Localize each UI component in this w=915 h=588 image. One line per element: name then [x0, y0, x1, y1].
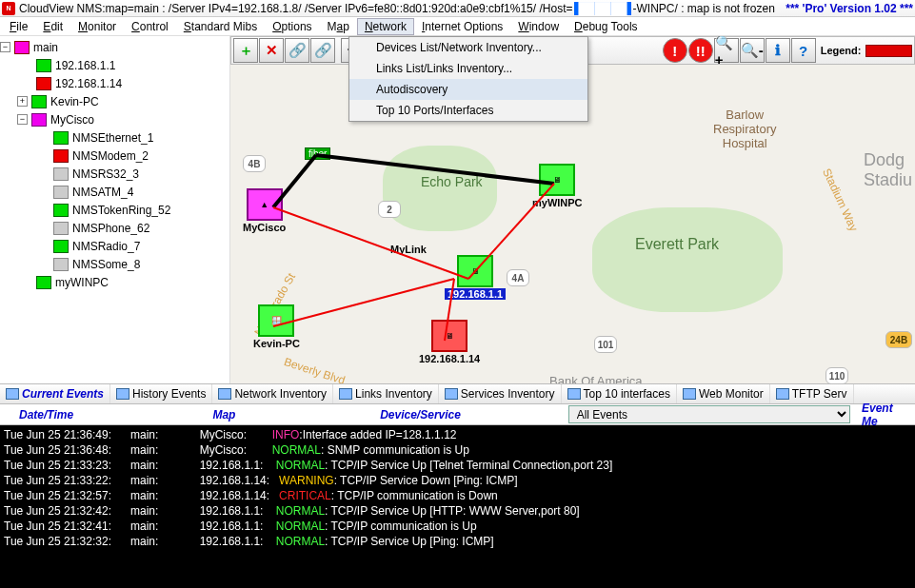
events-log[interactable]: Tue Jun 25 21:36:49: main: MyCisco: INFO… [0, 425, 915, 588]
col-event-message: Event Me [862, 402, 911, 428]
tree-host-mycisco[interactable]: MyCisco [50, 113, 94, 127]
col-map[interactable]: Map [212, 408, 380, 421]
menu-window[interactable]: Window [510, 18, 567, 35]
tree-if-radio7[interactable]: NMSRadio_7 [72, 240, 140, 253]
delete-node-button[interactable]: ✕ [259, 38, 284, 63]
log-row[interactable]: Tue Jun 25 21:33:22: main: 192.168.1.14:… [4, 473, 911, 488]
tree-host-2[interactable]: 192.168.1.14 [55, 77, 122, 90]
interface-icon [53, 258, 69, 271]
link-mylink-label: MyLink [390, 244, 427, 255]
tab-icon [567, 388, 581, 400]
node-192-168-1-1[interactable]: 🖥192.168.1.1 [445, 255, 506, 301]
zoom-out-button[interactable]: 🔍- [740, 38, 765, 63]
tree-collapse-main[interactable]: − [0, 42, 10, 52]
tree-if-modem2[interactable]: NMSModem_2 [72, 149, 149, 163]
main-map-icon [14, 41, 30, 54]
log-row[interactable]: Tue Jun 25 21:32:57: main: 192.168.1.14:… [4, 488, 911, 503]
node-mywinpc-label: myWINPC [532, 197, 583, 208]
tab-icon [6, 388, 19, 400]
log-row[interactable]: Tue Jun 25 21:32:42: main: 192.168.1.1: … [4, 503, 911, 519]
menu-edit[interactable]: Edit [35, 18, 70, 35]
tab-web-monitor[interactable]: Web Monitor [677, 384, 770, 403]
tab-network-inventory[interactable]: Network Inventory [212, 384, 333, 403]
col-date-time[interactable]: Date/Time [4, 408, 212, 421]
menu-debug-tools[interactable]: Debug Tools [567, 18, 646, 35]
title-map: :map=main : /Server IPv4=192.168.1.8/ /S… [102, 2, 572, 15]
events-tab-bar: Current Events History Events Network In… [0, 383, 915, 404]
node-kevin-pc-label: Kevin-PC [253, 338, 300, 349]
interface-icon [53, 240, 69, 253]
node-192-168-1-14[interactable]: 🖥192.168.1.14 [419, 320, 480, 364]
tree-if-phone62[interactable]: NMSPhone_62 [72, 222, 149, 235]
log-row[interactable]: Tue Jun 25 21:36:49: main: MyCisco: INFO… [4, 427, 911, 442]
menu-file[interactable]: File [2, 18, 35, 35]
event-filter-select[interactable]: All Events [568, 405, 850, 423]
tree-if-tokenring52[interactable]: NMSTokenRing_52 [72, 204, 170, 217]
tab-services-inventory[interactable]: Services Inventory [439, 384, 562, 403]
interface-icon [53, 186, 69, 199]
menu-options[interactable]: Options [265, 18, 319, 35]
tab-icon [339, 388, 352, 400]
node-mycisco[interactable]: ▲MyCisco [243, 188, 286, 233]
main-menu-bar: File Edit Monitor Control Standard Mibs … [0, 17, 915, 36]
node-mywinpc[interactable]: 🖥myWINPC [532, 164, 583, 208]
info-button[interactable]: ℹ [766, 38, 790, 63]
alert-red-button[interactable]: ! [663, 38, 687, 63]
tree-if-atm4[interactable]: NMSATM_4 [72, 186, 133, 199]
log-row[interactable]: Tue Jun 25 21:33:23: main: 192.168.1.1: … [4, 458, 911, 473]
park-everett: Everett Park [635, 236, 719, 253]
title-app: CloudView NMS [19, 2, 102, 15]
device-tree[interactable]: −main 192.168.1.1 192.168.1.14 +Kevin-PC… [0, 36, 230, 383]
menu-map[interactable]: Map [320, 18, 357, 35]
tree-expand-kevinpc[interactable]: + [17, 96, 28, 107]
tree-if-ethernet1[interactable]: NMSEthernet_1 [72, 131, 153, 145]
tab-icon [776, 388, 789, 400]
node-192-168-1-14-label: 192.168.1.14 [419, 353, 480, 364]
tree-collapse-mycisco[interactable]: − [17, 114, 28, 125]
shield-110: 110 [825, 367, 848, 383]
node-kevin-pc[interactable]: 🪟Kevin-PC [253, 304, 300, 349]
interface-icon [53, 167, 69, 181]
host-icon [31, 95, 47, 108]
tab-current-events[interactable]: Current Events [0, 384, 110, 403]
tree-main[interactable]: main [33, 41, 58, 54]
link-add-button[interactable]: 🔗 [285, 38, 309, 63]
tab-tftp-server[interactable]: TFTP Serv [770, 384, 854, 403]
menu-monitor[interactable]: Monitor [70, 18, 124, 35]
menu-autodiscovery[interactable]: Autodiscovery [349, 79, 587, 100]
place-bofa: Bank Of America [549, 374, 643, 383]
help-button[interactable]: ? [791, 38, 816, 63]
tree-if-some8[interactable]: NMSSome_8 [72, 258, 140, 271]
menu-links-list[interactable]: Links List/Links Inventory... [349, 58, 587, 79]
menu-top10-ports[interactable]: Top 10 Ports/Interfaces [349, 100, 587, 121]
menu-control[interactable]: Control [124, 18, 176, 35]
legend-label: Legend: [821, 45, 862, 56]
park-echo: Echo Park [421, 174, 483, 189]
tab-icon [445, 388, 458, 400]
log-row[interactable]: Tue Jun 25 21:32:32: main: 192.168.1.1: … [4, 534, 911, 549]
log-row[interactable]: Tue Jun 25 21:32:41: main: 192.168.1.1: … [4, 519, 911, 534]
add-node-button[interactable]: ＋ [233, 38, 258, 63]
app-logo-icon: N [2, 2, 15, 15]
tree-host-mywinpc[interactable]: myWINPC [55, 276, 109, 289]
events-column-header: Date/Time Map Device/Service All Events … [0, 404, 915, 425]
menu-network[interactable]: Network [357, 18, 414, 35]
tree-host-kevinpc[interactable]: Kevin-PC [50, 95, 99, 108]
interface-icon [53, 149, 69, 163]
tab-links-inventory[interactable]: Links Inventory [333, 384, 439, 403]
menu-standard-mibs[interactable]: Standard Mibs [176, 18, 265, 35]
menu-devices-list[interactable]: Devices List/Network Inventory... [349, 37, 587, 58]
host-icon [36, 59, 51, 72]
link-remove-button[interactable]: 🔗 [310, 38, 335, 63]
log-row[interactable]: Tue Jun 25 21:36:48: main: MyCisco: NORM… [4, 442, 911, 458]
tree-host-1[interactable]: 192.168.1.1 [55, 59, 115, 72]
tab-top10-interfaces[interactable]: Top 10 interfaces [562, 384, 677, 403]
tab-icon [218, 388, 231, 400]
col-device-service[interactable]: Device/Service [380, 408, 567, 421]
alert-ack-button[interactable]: !! [688, 38, 713, 63]
tab-history-events[interactable]: History Events [110, 384, 212, 403]
menu-internet-options[interactable]: Internet Options [414, 18, 510, 35]
zoom-in-button[interactable]: 🔍+ [714, 38, 739, 63]
tree-if-rs32[interactable]: NMSRS32_3 [72, 167, 139, 181]
interface-icon [53, 131, 69, 145]
